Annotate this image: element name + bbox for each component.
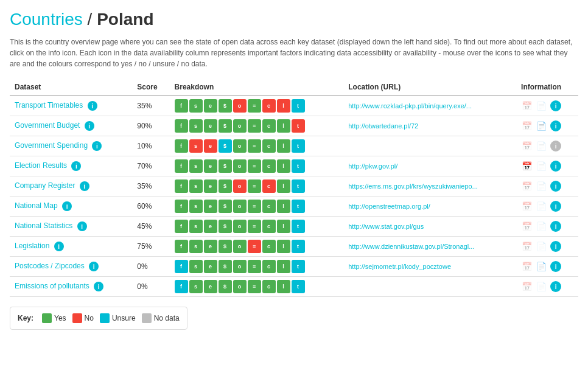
- document-icon[interactable]: 📄: [536, 161, 547, 172]
- breakdown-icon-6[interactable]: c: [262, 179, 276, 193]
- breakdown-icon-7[interactable]: l: [277, 200, 290, 213]
- info-circle-icon[interactable]: i: [550, 261, 561, 272]
- breakdown-icon-5[interactable]: ≡: [248, 119, 261, 133]
- document-icon[interactable]: 📄: [536, 141, 547, 151]
- dataset-info-icon[interactable]: i: [85, 121, 94, 131]
- dataset-info-icon[interactable]: i: [62, 201, 72, 211]
- dataset-info-icon[interactable]: i: [71, 161, 81, 171]
- dataset-link[interactable]: Emissions of pollutants: [15, 282, 89, 290]
- breakdown-icon-2[interactable]: e: [204, 99, 217, 113]
- breakdown-icon-1[interactable]: s: [189, 99, 203, 113]
- info-circle-icon[interactable]: i: [550, 141, 561, 151]
- document-icon[interactable]: 📄: [536, 261, 547, 272]
- dataset-link[interactable]: Legislation: [15, 242, 49, 250]
- dataset-link[interactable]: Transport Timetables: [15, 101, 83, 110]
- breakdown-icon-6[interactable]: c: [262, 119, 276, 133]
- dataset-info-icon[interactable]: i: [89, 262, 99, 271]
- url-link[interactable]: http://pkw.gov.pl/: [348, 162, 397, 170]
- calendar-icon[interactable]: 📅: [521, 261, 532, 272]
- dataset-info-icon[interactable]: i: [54, 242, 64, 251]
- document-icon[interactable]: 📄: [536, 221, 547, 232]
- breakdown-icon-8[interactable]: t: [292, 200, 305, 213]
- breakdown-icon-4[interactable]: o: [233, 220, 247, 233]
- info-circle-icon[interactable]: i: [550, 120, 561, 131]
- breakdown-icon-3[interactable]: $: [219, 139, 232, 153]
- dataset-info-icon[interactable]: i: [77, 221, 87, 231]
- breakdown-icon-6[interactable]: c: [262, 240, 276, 253]
- breakdown-icon-7[interactable]: l: [277, 240, 290, 253]
- breakdown-icon-0[interactable]: f: [175, 200, 188, 213]
- breakdown-icon-0[interactable]: f: [175, 240, 188, 253]
- url-link[interactable]: http://www.dziennikustaw.gov.pl/Stronagl…: [348, 243, 474, 250]
- breakdown-icon-4[interactable]: o: [233, 159, 247, 173]
- document-icon[interactable]: 📄: [536, 241, 547, 252]
- breakdown-icon-6[interactable]: c: [262, 139, 276, 153]
- breakdown-icon-5[interactable]: ≡: [248, 159, 261, 173]
- breakdown-icon-1[interactable]: s: [189, 139, 203, 153]
- dataset-info-icon[interactable]: i: [88, 101, 97, 111]
- breakdown-icon-0[interactable]: f: [175, 260, 188, 273]
- info-circle-icon[interactable]: i: [550, 241, 561, 252]
- breakdown-icon-1[interactable]: s: [189, 280, 203, 293]
- breakdown-icon-1[interactable]: s: [189, 200, 203, 213]
- breakdown-icon-3[interactable]: $: [219, 99, 232, 113]
- dataset-link[interactable]: National Statistics: [15, 221, 72, 230]
- url-link[interactable]: http://sejmometr.pl/kody_pocztowe: [348, 263, 451, 270]
- breakdown-icon-1[interactable]: s: [189, 159, 203, 173]
- breakdown-icon-2[interactable]: e: [204, 200, 217, 213]
- breakdown-icon-2[interactable]: e: [204, 179, 217, 193]
- breakdown-icon-2[interactable]: e: [204, 139, 217, 153]
- calendar-icon[interactable]: 📅: [521, 141, 532, 151]
- calendar-icon[interactable]: 📅: [521, 120, 532, 131]
- breakdown-icon-3[interactable]: $: [219, 280, 232, 293]
- breakdown-icon-8[interactable]: t: [292, 139, 305, 153]
- breakdown-icon-3[interactable]: $: [219, 159, 232, 173]
- breakdown-icon-7[interactable]: l: [277, 280, 290, 293]
- breakdown-icon-0[interactable]: f: [175, 159, 188, 173]
- calendar-icon[interactable]: 📅: [521, 100, 532, 111]
- breakdown-icon-1[interactable]: s: [189, 260, 203, 273]
- breakdown-icon-8[interactable]: t: [292, 260, 305, 273]
- info-circle-icon[interactable]: i: [550, 281, 561, 292]
- dataset-info-icon[interactable]: i: [94, 282, 103, 291]
- breakdown-icon-1[interactable]: s: [189, 220, 203, 233]
- breakdown-icon-7[interactable]: l: [277, 119, 290, 133]
- breakdown-icon-7[interactable]: l: [277, 99, 290, 113]
- breakdown-icon-5[interactable]: ≡: [248, 99, 261, 113]
- info-circle-icon[interactable]: i: [550, 161, 561, 172]
- breakdown-icon-0[interactable]: f: [175, 179, 188, 193]
- breakdown-icon-3[interactable]: $: [219, 220, 232, 233]
- breakdown-icon-2[interactable]: e: [204, 159, 217, 173]
- breakdown-icon-4[interactable]: o: [233, 240, 247, 253]
- breakdown-icon-2[interactable]: e: [204, 260, 217, 273]
- breakdown-icon-4[interactable]: o: [233, 260, 247, 273]
- breakdown-icon-3[interactable]: $: [219, 119, 232, 133]
- breakdown-icon-1[interactable]: s: [189, 240, 203, 253]
- breakdown-icon-3[interactable]: $: [219, 179, 232, 193]
- breakdown-icon-8[interactable]: t: [292, 159, 305, 173]
- info-circle-icon[interactable]: i: [550, 100, 561, 111]
- breakdown-icon-6[interactable]: c: [262, 260, 276, 273]
- url-link[interactable]: http://otwartedane.pl/72: [348, 122, 418, 130]
- info-circle-icon[interactable]: i: [550, 181, 561, 192]
- breakdown-icon-5[interactable]: ≡: [248, 260, 261, 273]
- calendar-icon[interactable]: 📅: [521, 201, 532, 212]
- info-circle-icon[interactable]: i: [550, 221, 561, 232]
- breakdown-icon-7[interactable]: l: [277, 159, 290, 173]
- breakdown-icon-8[interactable]: t: [292, 119, 305, 133]
- breakdown-icon-8[interactable]: t: [292, 220, 305, 233]
- breakdown-icon-4[interactable]: o: [233, 139, 247, 153]
- breakdown-icon-4[interactable]: o: [233, 119, 247, 133]
- breakdown-icon-4[interactable]: o: [233, 99, 247, 113]
- breakdown-icon-8[interactable]: t: [292, 280, 305, 293]
- breakdown-icon-7[interactable]: l: [277, 220, 290, 233]
- breakdown-icon-7[interactable]: l: [277, 139, 290, 153]
- breakdown-icon-0[interactable]: f: [175, 139, 188, 153]
- breakdown-icon-0[interactable]: f: [175, 119, 188, 133]
- calendar-icon[interactable]: 📅: [521, 161, 532, 172]
- breakdown-icon-5[interactable]: ≡: [248, 200, 261, 213]
- dataset-info-icon[interactable]: i: [92, 141, 102, 151]
- dataset-link[interactable]: Company Register: [15, 181, 75, 190]
- dataset-link[interactable]: Government Budget: [15, 121, 80, 130]
- url-link[interactable]: http://www.stat.gov.pl/gus: [348, 223, 424, 230]
